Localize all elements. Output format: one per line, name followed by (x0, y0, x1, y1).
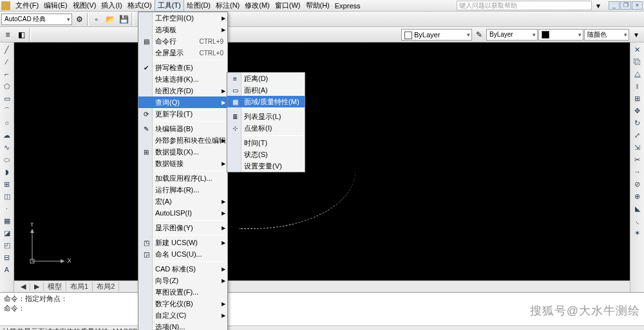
inquiry-submenu-item[interactable]: ≣列表显示(L) (227, 111, 305, 122)
tab-layout2[interactable]: 布局2 (93, 282, 119, 291)
tools-menu-item[interactable]: 自定义(C)▶ (138, 309, 227, 321)
inquiry-submenu-item[interactable]: ▭面积(A) (227, 84, 305, 96)
tools-menu-item[interactable]: 宏(A)▶ (138, 196, 227, 207)
tools-menu-item[interactable]: 数据链接▶ (138, 158, 227, 169)
tab-layout1[interactable]: 布局1 (66, 282, 93, 291)
inquiry-submenu-item[interactable]: ≡距离(D) (227, 73, 305, 84)
tools-menu-item[interactable]: CAD 标准(S)▶ (138, 263, 227, 275)
tools-menu-item[interactable]: 快速选择(K)... (138, 73, 227, 85)
lineweight-combo[interactable]: ByLayer (538, 29, 583, 41)
close-button[interactable]: × (632, 1, 643, 10)
table-icon[interactable]: ⊟ (1, 252, 13, 263)
tools-menu-item[interactable]: 数字化仪(B)▶ (138, 298, 227, 309)
tools-menu-item[interactable]: 外部参照和块在位编辑▶ (138, 134, 227, 146)
menu-express[interactable]: Express (332, 1, 363, 10)
tools-menu-item[interactable]: ✔拼写检查(E) (138, 62, 227, 73)
menu-insert[interactable]: 插入(I) (99, 0, 124, 11)
tools-menu-item[interactable]: 加载应用程序(L)... (138, 172, 227, 184)
menu-draw[interactable]: 绘图(D) (184, 0, 213, 11)
save-icon[interactable]: 💾 (117, 13, 130, 26)
tools-menu-item[interactable]: 选项板▶ (138, 24, 227, 35)
rotate-icon[interactable]: ↻ (632, 117, 643, 129)
text-icon[interactable]: A (1, 264, 13, 275)
point-icon[interactable]: · (1, 203, 13, 214)
erase-icon[interactable]: ✕ (632, 44, 643, 55)
ellipse-icon[interactable]: ⬭ (1, 154, 13, 165)
region-icon[interactable]: ◰ (1, 239, 13, 251)
hatch-icon[interactable]: ▦ (1, 215, 13, 226)
revcloud-icon[interactable]: ☁ (1, 129, 13, 141)
polygon-icon[interactable]: ⬠ (1, 80, 13, 92)
array-icon[interactable]: ⊞ (632, 93, 643, 104)
line-icon[interactable]: ╱ (1, 44, 13, 55)
drawing-canvas[interactable]: X Y ◀ ▶ 模型 布局1 布局2 (14, 42, 630, 292)
tools-menu-item[interactable]: AutoLISP(I)▶ (138, 207, 227, 219)
workspace-combo[interactable]: AutoCAD 经典 (1, 14, 72, 25)
menu-tools[interactable]: 工具(T) (155, 0, 184, 12)
menu-help[interactable]: 帮助(H) (303, 0, 332, 11)
offset-icon[interactable]: ⫴ (632, 80, 643, 92)
insert-icon[interactable]: ⊞ (1, 178, 13, 190)
trim-icon[interactable]: ✂ (632, 154, 643, 165)
props-icon[interactable]: ▾ (630, 28, 643, 41)
inquiry-submenu-item[interactable]: ⊹点坐标(I) (227, 122, 305, 134)
join-icon[interactable]: ⊕ (632, 190, 643, 202)
tools-menu-item[interactable]: ⟳更新字段(T) (138, 108, 227, 120)
chamfer-icon[interactable]: ◣ (632, 203, 643, 214)
xline-icon[interactable]: ∕ (1, 56, 13, 68)
fillet-icon[interactable]: ◟ (632, 215, 643, 226)
restore-button[interactable]: ❐ (620, 1, 631, 10)
tab-nav-next[interactable]: ▶ (30, 282, 44, 291)
circle-icon[interactable]: ○ (1, 117, 13, 129)
tools-menu-item[interactable]: 草图设置(F)... (138, 286, 227, 298)
tools-menu-item[interactable]: ⊞数据提取(X)... (138, 146, 227, 158)
ellipsearc-icon[interactable]: ◗ (1, 166, 13, 178)
stretch-icon[interactable]: ⇲ (632, 142, 643, 153)
menu-file[interactable]: 文件(F) (13, 0, 41, 11)
tools-menu-item[interactable]: ▤命令行CTRL+9 (138, 35, 227, 47)
break-icon[interactable]: ⊘ (632, 178, 643, 190)
inquiry-submenu-item[interactable]: 设置变量(V) (227, 160, 305, 172)
inquiry-submenu-item[interactable]: 状态(S) (227, 149, 305, 160)
minimize-button[interactable]: _ (609, 1, 620, 10)
tools-menu-item[interactable]: 全屏显示CTRL+0 (138, 47, 227, 59)
menu-edit[interactable]: 编辑(E) (41, 0, 70, 11)
help-search-input[interactable]: 键入问题以获取帮助 (457, 1, 592, 10)
tools-menu-item[interactable]: 选项(N)... (138, 321, 227, 330)
new-icon[interactable]: ▫ (90, 13, 103, 26)
tools-menu-item[interactable]: ✎块编辑器(B) (138, 123, 227, 134)
menu-format[interactable]: 格式(O) (125, 0, 155, 11)
extend-icon[interactable]: → (632, 166, 643, 178)
layer-icon[interactable]: ◧ (15, 28, 28, 41)
tools-menu-item[interactable]: 查询(Q)▶ (138, 96, 227, 108)
menu-view[interactable]: 视图(V) (70, 0, 99, 11)
block-icon[interactable]: ◫ (1, 190, 13, 202)
layer-combo[interactable]: ByLayer (401, 29, 472, 41)
tools-menu-item[interactable]: 工作空间(O)▶ (138, 12, 227, 24)
inquiry-submenu-item[interactable]: 时间(T) (227, 137, 305, 149)
tools-menu-item[interactable]: ◳新建 UCS(W)▶ (138, 237, 227, 248)
spline-icon[interactable]: ∿ (1, 142, 13, 153)
tools-menu-item[interactable]: 向导(Z)▶ (138, 275, 227, 286)
layer-manager-icon[interactable]: ≡ (1, 28, 14, 41)
plotstyle-combo[interactable]: 随颜色 (584, 29, 629, 41)
move-icon[interactable]: ✥ (632, 105, 643, 116)
tab-nav-prev[interactable]: ◀ (17, 282, 30, 291)
arc-icon[interactable]: ⌒ (1, 105, 13, 116)
linetype-combo[interactable]: ByLayer (486, 29, 538, 41)
tools-menu-item[interactable]: 绘图次序(D)▶ (138, 85, 227, 96)
gear-icon[interactable]: ⚙ (73, 13, 86, 26)
menu-dimension[interactable]: 标注(N) (213, 0, 242, 11)
tab-model[interactable]: 模型 (44, 282, 66, 291)
copy-icon[interactable]: ⿻ (632, 56, 643, 68)
tools-menu-item[interactable]: ◲命名 UCS(U)... (138, 248, 227, 260)
tools-menu-item[interactable]: 运行脚本(R)... (138, 184, 227, 196)
scale-icon[interactable]: ⤢ (632, 129, 643, 141)
search-dropdown-icon[interactable]: ▾ (592, 0, 605, 12)
mirror-icon[interactable]: ⧋ (632, 68, 643, 80)
explode-icon[interactable]: ✶ (632, 227, 643, 239)
open-icon[interactable]: 📂 (104, 13, 117, 26)
layer-edit-icon[interactable]: ✎ (473, 28, 486, 41)
menu-window[interactable]: 窗口(W) (272, 0, 303, 11)
menu-modify[interactable]: 修改(M) (242, 0, 272, 11)
